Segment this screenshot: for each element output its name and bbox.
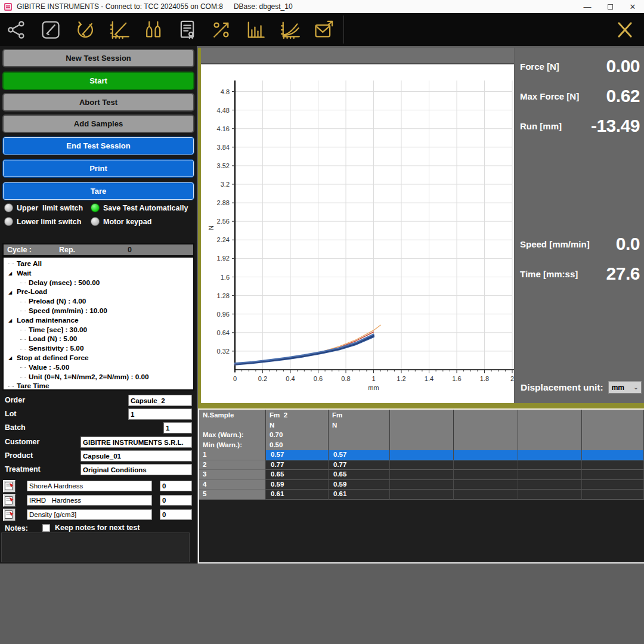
toolbar-button-1[interactable] xyxy=(5,18,29,42)
irhd-hardness-name-field[interactable] xyxy=(27,495,152,506)
tree-item-label: Tare Time xyxy=(17,382,49,391)
irhd-hardness-value-field[interactable] xyxy=(160,495,192,506)
result-cell xyxy=(582,490,644,500)
toolbar-button-7[interactable] xyxy=(209,18,233,42)
splitter-bar[interactable] xyxy=(198,403,644,408)
customer-field[interactable] xyxy=(80,436,192,448)
sample-number-cell: 3 xyxy=(199,470,266,480)
tree-item-load-maintenance[interactable]: ◢Load maintenance xyxy=(4,316,193,326)
tree-item-tare-all[interactable]: Tare All xyxy=(4,259,193,269)
table-column-header-5[interactable] xyxy=(454,410,518,450)
svg-text:1.4: 1.4 xyxy=(425,375,434,382)
toolbar-button-2[interactable] xyxy=(39,18,63,42)
tree-item-load-n[interactable]: Load (N) : 5.00 xyxy=(4,335,193,344)
import-result-button[interactable] xyxy=(3,494,16,507)
toolbar-button-3[interactable] xyxy=(73,18,97,42)
speed-mm-min-value: 0.0 xyxy=(616,234,640,254)
abort-test-button[interactable]: Abort Test xyxy=(2,93,194,112)
density-g-cm3-name-field[interactable] xyxy=(27,509,152,520)
displacement-unit-select[interactable]: mm ⌄ xyxy=(608,381,642,394)
tree-item-unit-0-n-1-n-mm2-2-n-mm[interactable]: Unit (0=N, 1=N/mm2, 2=N/mm) : 0.00 xyxy=(4,373,193,382)
svg-text:3.2: 3.2 xyxy=(221,181,230,188)
maximize-button[interactable] xyxy=(599,0,621,13)
table-row[interactable]: 20.770.77 xyxy=(199,460,644,470)
product-field[interactable] xyxy=(80,450,192,462)
sample-number-cell: 2 xyxy=(199,460,266,470)
tree-item-wait[interactable]: ◢Wait xyxy=(4,269,193,278)
tree-item-label: Time [sec] : 30.00 xyxy=(29,326,87,335)
cycle-tree[interactable]: Tare All◢WaitDelay (msec) : 500.00◢Pre-L… xyxy=(2,256,194,391)
batch-field[interactable] xyxy=(163,422,192,434)
tree-item-preload-n[interactable]: Preload (N) : 4.00 xyxy=(4,297,193,306)
toolbar-close-button[interactable] xyxy=(612,18,638,42)
tree-dash xyxy=(20,377,26,377)
table-row[interactable]: 30.650.65 xyxy=(199,470,644,480)
result-cell xyxy=(390,480,454,490)
motor-keypad-switch[interactable]: Motor keypad xyxy=(91,217,151,226)
header-line: N xyxy=(270,421,328,431)
cycle-title: Cycle : xyxy=(7,246,32,254)
lot-field[interactable] xyxy=(128,408,192,420)
import-result-button[interactable] xyxy=(3,480,16,493)
minimize-button[interactable]: — xyxy=(576,0,599,13)
notes-textarea[interactable] xyxy=(1,532,190,562)
lot-label: Lot xyxy=(5,410,16,418)
density-g-cm3-value-field[interactable] xyxy=(160,509,192,520)
table-column-header-3[interactable]: FmN xyxy=(329,410,390,450)
svg-text:0.96: 0.96 xyxy=(217,311,230,318)
import-result-button[interactable] xyxy=(3,509,16,521)
max-force-n-label: Max Force [N] xyxy=(520,91,579,101)
tree-item-pre-load[interactable]: ◢Pre-Load xyxy=(4,287,193,297)
keep-notes-checkbox[interactable] xyxy=(42,524,50,532)
toolbar-button-10[interactable] xyxy=(312,18,336,42)
table-column-header-4[interactable] xyxy=(390,410,454,450)
toolbar-button-4[interactable] xyxy=(107,18,131,42)
tree-item-time-sec[interactable]: Time [sec] : 30.00 xyxy=(4,326,193,335)
force-run-chart[interactable]: 00.20.40.60.811.21.41.61.820.320.640.961… xyxy=(201,64,514,403)
end-test-session-button[interactable]: End Test Session xyxy=(2,137,194,155)
tree-item-value[interactable]: Value : -5.00 xyxy=(4,363,193,373)
shorea-hardness-value-field[interactable] xyxy=(160,481,192,491)
table-row[interactable]: 10.570.57 xyxy=(199,450,644,460)
svg-text:1.6: 1.6 xyxy=(452,375,461,382)
tree-item-stop-at-defined-force[interactable]: ◢Stop at defined Force xyxy=(4,354,193,363)
readout-panel: Displacement unit: mm ⌄ Force [N]0.00Max… xyxy=(515,48,644,403)
svg-text:N: N xyxy=(208,225,215,230)
new-test-session-button[interactable]: New Test Session xyxy=(2,49,194,67)
tare-button[interactable]: Tare xyxy=(2,182,194,200)
table-column-header-2[interactable]: Fm 2N0.700.50 xyxy=(266,410,329,450)
upper-limit-switch-switch[interactable]: Upper limit switch xyxy=(4,203,83,212)
save-test-automatically-switch[interactable]: Save Test Automatically xyxy=(91,203,188,212)
svg-text:0.8: 0.8 xyxy=(341,375,350,382)
order-field[interactable] xyxy=(128,395,192,406)
tree-item-tare-time[interactable]: Tare Time xyxy=(4,382,193,391)
lower-limit-switch-switch[interactable]: Lower limit switch xyxy=(4,217,81,226)
tree-item-sensitivity[interactable]: Sensitivity : 5.00 xyxy=(4,344,193,354)
table-row[interactable]: 50.610.61 xyxy=(199,490,644,500)
header-line xyxy=(203,421,265,431)
start-button[interactable]: Start xyxy=(2,72,194,90)
toolbar-button-8[interactable] xyxy=(243,18,267,42)
window-title: GIBITRE INSTRUMENTS - Connect to: TCC 20… xyxy=(17,2,223,11)
tree-item-delay-msec[interactable]: Delay (msec) : 500.00 xyxy=(4,278,193,288)
close-button[interactable]: ✕ xyxy=(621,0,644,13)
toolbar-button-6[interactable] xyxy=(175,18,199,42)
treatment-field[interactable] xyxy=(80,464,192,475)
toolbar-button-5[interactable] xyxy=(141,18,165,42)
shorea-hardness-name-field[interactable] xyxy=(27,481,152,491)
table-column-header-1[interactable]: N.SampleMax (Warn.):Min (Warn.): xyxy=(199,410,266,450)
import-result-icon xyxy=(4,496,14,506)
add-samples-button[interactable]: Add Samples xyxy=(2,114,194,133)
table-row[interactable]: 40.590.59 xyxy=(199,480,644,490)
result-cell xyxy=(454,470,518,480)
result-cell: 0.61 xyxy=(329,490,390,500)
print-button[interactable]: Print xyxy=(2,159,194,178)
table-column-header-6[interactable] xyxy=(518,410,582,450)
table-column-header-7[interactable] xyxy=(582,410,644,450)
time-mm-ss-label: Time [mm:ss] xyxy=(520,269,578,279)
header-line xyxy=(586,411,643,421)
tree-item-speed-mm-min[interactable]: Speed (mm/min) : 10.00 xyxy=(4,306,193,316)
header-line xyxy=(522,441,581,451)
header-line: 0.50 xyxy=(270,441,328,451)
toolbar-button-9[interactable] xyxy=(278,18,302,42)
